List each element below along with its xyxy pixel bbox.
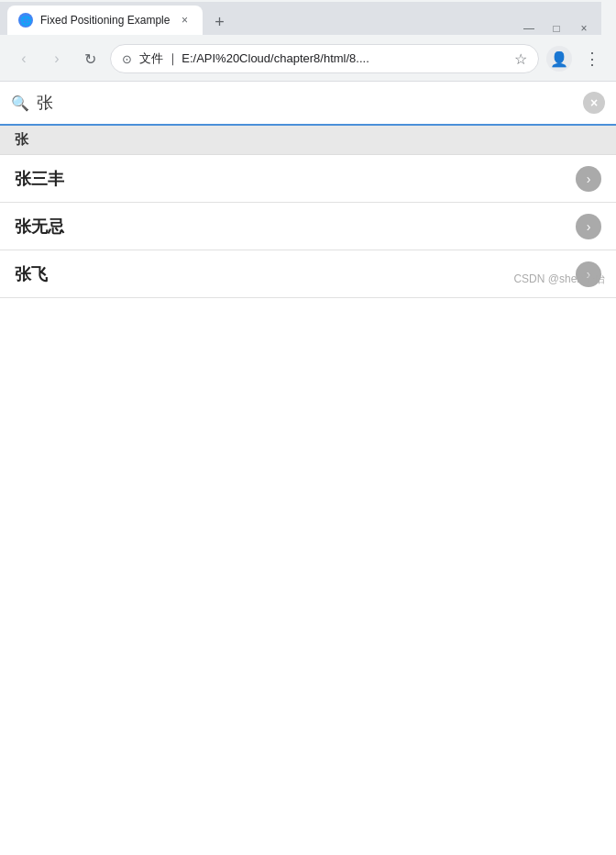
search-bar: 🔍 × <box>0 82 616 126</box>
profile-button[interactable]: 👤 <box>546 46 572 72</box>
url-text: 文件 ｜ E:/API%20Cloud/chapter8/html/8.... <box>139 50 507 67</box>
watermark: CSDN @shen子怡 <box>513 272 605 287</box>
browser-menu-button[interactable]: ⋮ <box>579 46 605 72</box>
reload-button[interactable]: ↻ <box>77 46 103 72</box>
search-input[interactable] <box>37 94 576 113</box>
url-bar[interactable]: ⊙ 文件 ｜ E:/API%20Cloud/chapter8/html/8...… <box>110 44 539 73</box>
list-item-arrow-icon: › <box>576 166 601 192</box>
page-content: 🔍 × 张 张三丰 › 张无忌 › 张飞 › CSDN @shen子怡 <box>0 82 616 298</box>
list-item[interactable]: 张三丰 › <box>0 155 616 203</box>
tab-favicon: 🌐 <box>18 13 33 28</box>
tab-close-button[interactable]: × <box>177 13 192 28</box>
list-item-text: 张无忌 <box>15 216 576 238</box>
profile-icon: 👤 <box>550 50 568 68</box>
list-item-text: 张飞 <box>15 263 576 285</box>
forward-button[interactable]: › <box>44 46 70 72</box>
search-clear-button[interactable]: × <box>583 92 605 114</box>
active-tab[interactable]: 🌐 Fixed Positioning Example × <box>7 6 203 35</box>
back-button[interactable]: ‹ <box>11 46 37 72</box>
list-item-arrow-icon: › <box>576 214 601 239</box>
new-tab-button[interactable]: + <box>206 9 232 35</box>
search-icon: 🔍 <box>11 94 29 112</box>
title-bar: 🌐 Fixed Positioning Example × + — □ × <box>0 0 616 37</box>
protocol-icon: ⊙ <box>122 52 132 66</box>
minimize-button[interactable]: — <box>522 22 535 35</box>
group-header: 张 <box>0 126 616 155</box>
maximize-button[interactable]: □ <box>550 22 563 35</box>
bookmark-star-icon[interactable]: ☆ <box>514 50 527 68</box>
tab-title: Fixed Positioning Example <box>40 14 170 27</box>
list-item-text: 张三丰 <box>15 168 576 190</box>
browser-chrome: 🌐 Fixed Positioning Example × + — □ × ‹ … <box>0 0 616 82</box>
address-bar: ‹ › ↻ ⊙ 文件 ｜ E:/API%20Cloud/chapter8/htm… <box>0 37 616 81</box>
list-item[interactable]: 张无忌 › <box>0 203 616 250</box>
close-button[interactable]: × <box>578 22 590 35</box>
